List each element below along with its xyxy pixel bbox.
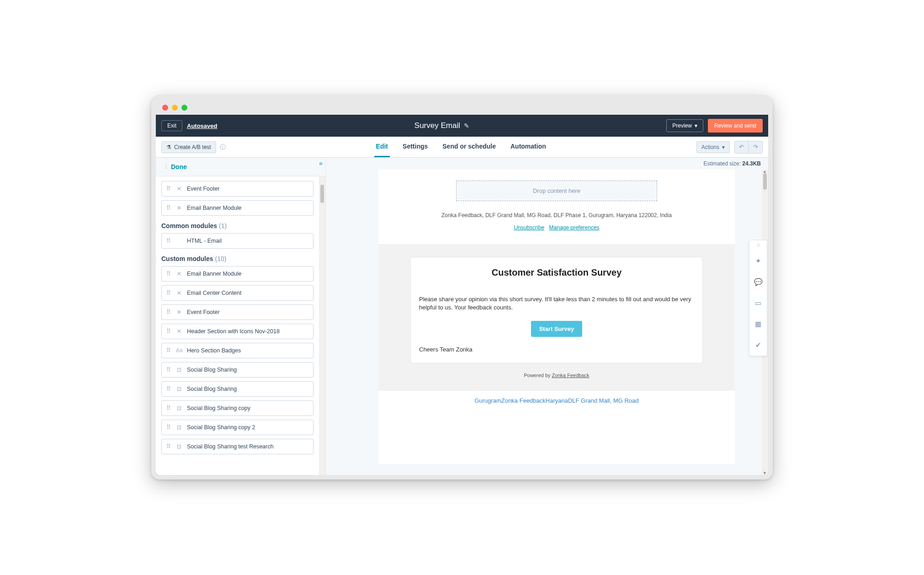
info-icon[interactable]: ⓘ — [220, 143, 226, 151]
email-page: Drop content here Zonka Feedback, DLF Gr… — [378, 170, 735, 464]
canvas-scroll-thumb[interactable] — [763, 173, 767, 190]
drag-handle-icon[interactable]: ⠿ — [166, 239, 171, 243]
module-item[interactable]: ⠿⊡Social Blog Sharing copy 2 — [161, 420, 313, 435]
module-label: Event Footer — [187, 186, 220, 192]
canvas-scroll[interactable]: Drop content here Zonka Feedback, DLF Gr… — [326, 170, 762, 475]
chevron-down-icon: ▾ — [695, 122, 697, 129]
module-item[interactable]: ⠿⊡Social Blog Sharing copy — [161, 400, 313, 416]
create-ab-test-button[interactable]: ⚗ Create A/B test — [161, 141, 216, 153]
survey-body-text: Please share your opinion via this short… — [419, 295, 694, 312]
tab-edit[interactable]: Edit — [374, 137, 390, 157]
drag-handle-icon[interactable]: ⠿ — [166, 272, 171, 276]
drag-handle-icon[interactable]: ⠿ — [166, 187, 171, 191]
drag-handle-icon[interactable]: ⠿ — [166, 310, 171, 314]
module-type-icon: ✕ — [176, 290, 182, 296]
mac-close-dot[interactable] — [162, 105, 168, 111]
module-label: Social Blog Sharing copy — [187, 405, 250, 411]
canvas-wrap: Estimated size: 24.3KB Drop content here… — [326, 158, 768, 475]
app: Exit Autosaved Survey Email ✎ Preview ▾ … — [156, 115, 768, 475]
powered-by-link[interactable]: Zonka Feedback — [552, 373, 589, 378]
module-item[interactable]: ⠿A≡Hero Section Badges — [161, 343, 313, 358]
drag-handle-icon[interactable]: ⠿ — [166, 406, 171, 410]
rail-sparkle-icon[interactable]: ✦ — [749, 250, 767, 272]
collapse-sidebar-icon[interactable]: « — [319, 160, 323, 167]
tab-send-schedule[interactable]: Send or schedule — [441, 137, 498, 157]
module-label: Event Footer — [187, 309, 220, 315]
module-item[interactable]: ⠿✕Email Banner Module — [161, 200, 313, 216]
mac-maximize-dot[interactable] — [181, 105, 187, 111]
toolbar: ⚗ Create A/B test ⓘ Edit Settings Send o… — [156, 137, 768, 158]
powered-by-prefix: Powered by — [524, 373, 552, 378]
module-type-icon: ⊡ — [176, 443, 182, 450]
module-item[interactable]: ⠿✕Event Footer — [161, 181, 313, 197]
module-label: Header Section with Icons Nov-2018 — [187, 328, 280, 335]
module-item[interactable]: ⠿✕Email Center Content — [161, 285, 313, 301]
exit-button[interactable]: Exit — [161, 120, 182, 131]
topbar: Exit Autosaved Survey Email ✎ Preview ▾ … — [156, 115, 768, 137]
drag-handle-icon[interactable]: ⠿ — [166, 291, 171, 295]
manage-preferences-link[interactable]: Manage preferences — [549, 224, 600, 231]
right-tool-rail: ⠿ ✦ 💬 ▭ ▦ ✔ — [749, 240, 767, 356]
drag-handle-icon[interactable]: ⠿ — [166, 330, 171, 333]
custom-modules-label: Custom modules — [161, 255, 213, 262]
module-label: Social Blog Sharing — [187, 386, 237, 392]
module-label: Email Center Content — [187, 290, 242, 296]
flask-icon: ⚗ — [166, 144, 171, 150]
survey-module: Customer Satisfaction Survey Please shar… — [378, 244, 735, 391]
module-type-icon: ✕ — [176, 271, 182, 277]
drag-handle-icon[interactable]: ⠿ — [166, 445, 171, 448]
mac-minimize-dot[interactable] — [172, 105, 178, 111]
page-title: Survey Email — [414, 121, 460, 130]
common-modules-label: Common modules — [161, 222, 217, 229]
review-send-button[interactable]: Review and send — [708, 119, 763, 133]
module-type-icon: ⊡ — [176, 367, 182, 373]
powered-by: Powered by Zonka Feedback — [410, 373, 703, 378]
redo-button[interactable]: ↷ — [749, 141, 762, 153]
module-item[interactable]: ⠿✕Email Banner Module — [161, 266, 313, 282]
module-item[interactable]: ⠿⊡Social Blog Sharing — [161, 362, 313, 378]
unsubscribe-link[interactable]: Unsubscribe — [514, 224, 544, 231]
ab-test-label: Create A/B test — [174, 144, 211, 150]
module-item[interactable]: ⠿HTML - Email — [161, 233, 313, 249]
drag-handle-icon[interactable]: ⠿ — [166, 387, 171, 391]
editor-tabs: Edit Settings Send or schedule Automatio… — [226, 137, 696, 157]
autosaved-label[interactable]: Autosaved — [187, 122, 217, 129]
module-label: Social Blog Sharing test Research — [187, 443, 274, 450]
module-type-icon: ✕ — [176, 205, 182, 211]
sidebar-scroll[interactable]: ⠿✕Event Footer⠿✕Email Banner Module Comm… — [156, 176, 319, 475]
tab-automation[interactable]: Automation — [509, 137, 548, 157]
rail-card-icon[interactable]: ▭ — [749, 293, 767, 314]
chevron-down-icon: ▾ — [722, 144, 725, 150]
module-item[interactable]: ⠿⊡Social Blog Sharing test Research — [161, 439, 313, 454]
module-item[interactable]: ⠿✕Header Section with Icons Nov-2018 — [161, 324, 313, 339]
est-size-label: Estimated size: — [704, 160, 743, 167]
module-item[interactable]: ⠿✕Event Footer — [161, 304, 313, 320]
module-item[interactable]: ⠿⊡Social Blog Sharing — [161, 381, 313, 397]
scroll-down-arrow-icon[interactable]: ▼ — [763, 471, 767, 475]
tab-settings[interactable]: Settings — [401, 137, 430, 157]
rail-chat-icon[interactable]: 💬 — [749, 272, 767, 293]
drag-handle-icon[interactable]: ⠿ — [166, 349, 171, 352]
back-chevron-icon[interactable]: 〈 — [162, 164, 167, 170]
sidebar-scroll-thumb[interactable] — [320, 185, 324, 203]
rail-check-icon[interactable]: ✔ — [749, 335, 767, 356]
rail-grip-icon[interactable]: ⠿ — [757, 240, 760, 250]
drop-zone[interactable]: Drop content here — [456, 181, 657, 201]
module-label: Email Banner Module — [187, 205, 242, 211]
sidebar-scrollbar[interactable] — [319, 176, 325, 475]
done-link[interactable]: Done — [171, 163, 187, 170]
actions-dropdown[interactable]: Actions ▾ — [696, 141, 730, 153]
edit-title-icon[interactable]: ✎ — [464, 122, 469, 129]
rail-calendar-icon[interactable]: ▦ — [749, 314, 767, 335]
survey-card: Customer Satisfaction Survey Please shar… — [410, 257, 703, 363]
undo-button[interactable]: ↶ — [735, 141, 749, 153]
survey-title: Customer Satisfaction Survey — [419, 267, 694, 278]
footer-links: Unsubscribe Manage preferences — [378, 223, 735, 231]
footer-address: Zonka Feedback, DLF Grand Mall, MG Road,… — [378, 212, 735, 218]
drag-handle-icon[interactable]: ⠿ — [166, 368, 171, 372]
undo-redo-group: ↶ ↷ — [734, 141, 763, 154]
preview-button[interactable]: Preview ▾ — [666, 119, 703, 132]
drag-handle-icon[interactable]: ⠿ — [166, 206, 171, 210]
start-survey-button[interactable]: Start Survey — [531, 321, 583, 337]
drag-handle-icon[interactable]: ⠿ — [166, 426, 171, 429]
